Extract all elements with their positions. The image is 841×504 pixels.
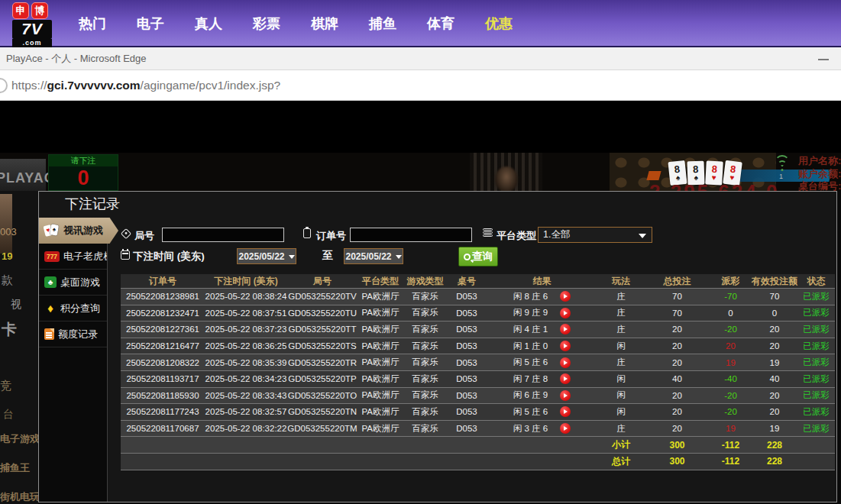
- cell-total: 40: [645, 374, 710, 383]
- cell-platform: PA欧洲厅: [357, 406, 403, 418]
- order-input[interactable]: [350, 228, 472, 242]
- cell-play: 庄: [597, 307, 645, 318]
- user-info-labels: 用户名称:账户余额:桌台编号:: [798, 155, 841, 191]
- table-games-icon: [44, 276, 57, 288]
- cell-order: 250522081193717: [121, 374, 205, 383]
- cell-payout: -20: [710, 325, 752, 334]
- cell-valid: 70: [752, 292, 797, 301]
- nav-item[interactable]: 彩票: [253, 15, 280, 33]
- nav-item[interactable]: 优惠: [485, 15, 513, 33]
- cell-result: 闲 1 庄 0: [487, 341, 597, 352]
- replay-button[interactable]: [560, 291, 571, 302]
- nav-item[interactable]: 捕鱼: [369, 15, 396, 33]
- nav-item[interactable]: 真人: [195, 15, 222, 33]
- status-badge: 已派彩: [797, 389, 835, 401]
- scoreboard-orange-bar: [646, 171, 661, 180]
- nav-item[interactable]: 电子: [137, 15, 164, 33]
- user-info-label: 账户余额:: [798, 168, 841, 181]
- status-badge: 已派彩: [797, 307, 835, 318]
- replay-button[interactable]: [560, 324, 571, 334]
- quota-doc-icon: [44, 328, 54, 340]
- cell-table: D053: [447, 374, 487, 383]
- minimize-button[interactable]: [818, 59, 829, 60]
- site-logo[interactable]: 申 博 7V .com: [12, 2, 57, 47]
- table-row: 250522081232471 2025-05-22 08:37:51 GD05…: [121, 305, 835, 322]
- sidebar-item-label: 电子老虎机: [63, 250, 107, 263]
- cell-table: D053: [447, 424, 487, 433]
- cell-platform: PA欧洲厅: [357, 373, 403, 385]
- cell-table: D053: [447, 325, 487, 334]
- table-row: 250522081227361 2025-05-22 08:37:23 GD05…: [121, 321, 835, 338]
- sidebar-item-slots[interactable]: 777 电子老虎机: [39, 244, 107, 270]
- panel-body: 视讯游戏 777 电子老虎机 桌面游戏 积分查询: [39, 218, 836, 502]
- cell-payout: 0: [710, 309, 752, 318]
- replay-button[interactable]: [560, 423, 571, 434]
- grand-total-valid: 228: [752, 456, 797, 467]
- table-row: 250522081177243 2025-05-22 08:32:57 GD05…: [121, 404, 835, 421]
- round-input[interactable]: [162, 228, 284, 242]
- table-row: 250522081185930 2025-05-22 08:33:43 GD05…: [121, 388, 835, 405]
- replay-button[interactable]: [560, 373, 571, 384]
- sidebar-item-label: 视讯游戏: [63, 224, 103, 237]
- platform-icon: [483, 228, 493, 238]
- wifi-badge: 1: [779, 173, 783, 180]
- background-fragment: 款: [2, 273, 13, 288]
- grand-total-total: 300: [645, 456, 710, 467]
- magnifier-icon: [464, 254, 471, 260]
- address-bar[interactable]: https://gci.7vvvvvv.com/agingame/pcv1/in…: [0, 70, 841, 101]
- cell-valid: 20: [752, 407, 797, 416]
- cell-order: 250522081208322: [121, 358, 205, 367]
- nav-item[interactable]: 热门: [79, 15, 106, 33]
- calendar-icon: [121, 250, 130, 260]
- date-from-select[interactable]: 2025/05/22: [237, 248, 296, 264]
- table-row: 250522081193717 2025-05-22 08:34:23 GD05…: [121, 371, 835, 388]
- points-gem-icon: [44, 302, 57, 315]
- col-header-valid: 有效投注额: [752, 275, 797, 288]
- cell-payout: -20: [710, 391, 752, 400]
- chevron-down-icon: [289, 255, 295, 259]
- logo-badge-left: 申: [12, 2, 29, 19]
- cell-play: 闲: [597, 389, 645, 401]
- nav-item[interactable]: 体育: [427, 15, 454, 33]
- col-header-game: 游戏类型: [403, 275, 447, 288]
- replay-button[interactable]: [560, 341, 571, 351]
- col-header-result: 结果: [487, 275, 597, 288]
- date-to-select[interactable]: 2025/05/22: [344, 248, 403, 264]
- cell-platform: PA欧洲厅: [357, 341, 403, 352]
- sidebar-item-table-games[interactable]: 桌面游戏: [39, 270, 107, 296]
- nav-menu: 热门电子真人彩票棋牌捕鱼体育优惠: [79, 0, 513, 47]
- cell-time: 2025-05-22 08:34:23: [205, 374, 287, 383]
- grand-total-row: 总计 300 -112 228: [121, 454, 835, 470]
- cell-game: 百家乐: [403, 291, 447, 302]
- platform-select[interactable]: 1.全部: [538, 227, 652, 243]
- replay-button[interactable]: [560, 357, 571, 368]
- result-text: 闲 5 庄 6: [513, 406, 548, 418]
- cell-game: 百家乐: [403, 389, 447, 401]
- background-fragment: 卡: [2, 319, 17, 340]
- sidebar-item-quota[interactable]: 额度记录: [39, 321, 107, 347]
- cell-time: 2025-05-22 08:32:22: [205, 424, 287, 433]
- replay-button[interactable]: [560, 406, 571, 417]
- cell-table: D053: [447, 391, 487, 400]
- result-text: 闲 9 庄 9: [513, 307, 548, 318]
- cell-table: D053: [447, 309, 487, 318]
- sidebar-item-label: 桌面游戏: [60, 276, 100, 289]
- cell-valid: 19: [752, 358, 797, 367]
- cell-valid: 20: [752, 391, 797, 400]
- cell-time: 2025-05-22 08:35:39: [205, 358, 287, 367]
- sidebar-item-video-games[interactable]: 视讯游戏: [39, 218, 118, 244]
- sidebar-item-points[interactable]: 积分查询: [39, 296, 107, 321]
- cell-valid: 19: [752, 424, 797, 433]
- table-header-row: 订单号 下注时间 (美东) 局号 平台类型 游戏类型 桌号 结果 玩法 总投注 …: [121, 274, 835, 289]
- grand-total-label: 总计: [597, 455, 645, 468]
- col-header-play: 玩法: [597, 275, 645, 288]
- replay-button[interactable]: [560, 308, 571, 318]
- replay-button[interactable]: [560, 390, 571, 401]
- background-fragment: 竞: [0, 379, 11, 393]
- cell-round: GD053255220TV: [287, 292, 357, 301]
- status-badge: 已派彩: [797, 373, 835, 385]
- slots-777-icon: 777: [44, 251, 60, 262]
- nav-item[interactable]: 棋牌: [311, 15, 338, 33]
- col-header-time: 下注时间 (美东): [205, 275, 287, 288]
- search-button[interactable]: 查询: [458, 247, 498, 267]
